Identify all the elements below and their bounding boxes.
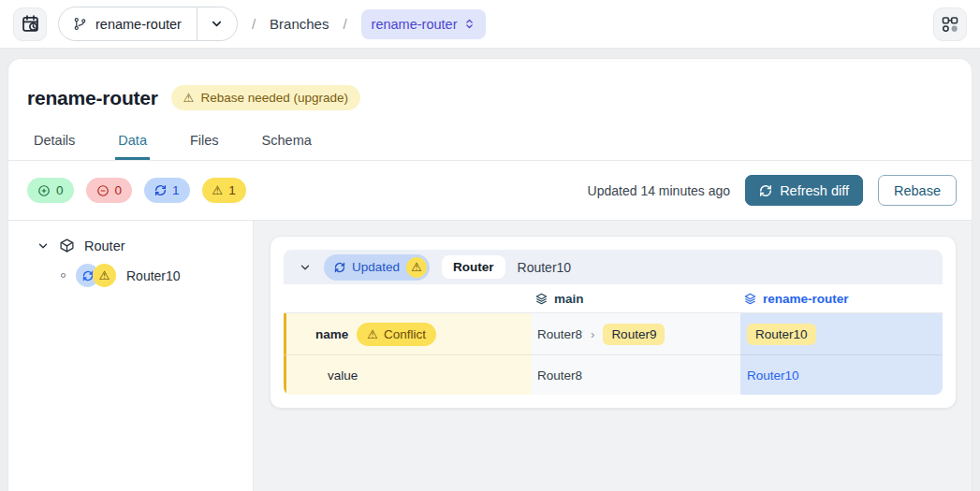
data-diff-content: Router ⚠ Router10 [8, 220, 972, 491]
change-status-pair: ⚠ [76, 264, 116, 287]
added-count: 0 [56, 183, 64, 197]
field-name-label: name [315, 327, 348, 341]
diff-row-value-base-value: Router8 [532, 355, 740, 395]
field-value-label: value [328, 368, 358, 383]
base-branch-column-header: main [532, 284, 740, 313]
diff-main-area: Updated ⚠ Router Router10 [254, 221, 972, 491]
breadcrumb-separator: / [340, 16, 349, 32]
tree-node-router10[interactable]: ⚠ Router10 [61, 264, 253, 287]
layers-icon [744, 293, 756, 305]
branch-page-panel: rename-router ⚠ Rebase needed (upgrade) … [7, 58, 973, 491]
tree-root-label: Router [84, 238, 125, 253]
base-value: Router8 [537, 368, 582, 383]
branch-selector-label: rename-router [95, 17, 182, 32]
target-branch-name: rename-router [763, 292, 849, 306]
page-header: rename-router ⚠ Rebase needed (upgrade) [8, 59, 972, 110]
refresh-diff-label: Refresh diff [780, 183, 849, 198]
chevron-down-icon [37, 239, 50, 253]
warning-icon: ⚠ [99, 269, 110, 282]
diff-row-value-field: value [284, 355, 532, 395]
diff-summary-bar: 0 0 1 ⚠ 1 Updated 14 minutes ago Refresh… [8, 161, 972, 220]
breadcrumb-branches[interactable]: Branches [270, 16, 329, 32]
diff-card: Updated ⚠ Router Router10 [270, 236, 957, 409]
change-arrow: › [591, 327, 594, 341]
tab-details[interactable]: Details [31, 133, 78, 160]
conflict-count: 1 [228, 183, 236, 197]
git-branch-icon [73, 17, 87, 31]
page-title: rename-router [27, 87, 158, 109]
tree-child-label: Router10 [126, 268, 181, 283]
refresh-icon [759, 184, 772, 197]
bullet-icon [61, 273, 66, 278]
updated-badge-label: Updated [352, 260, 400, 274]
refresh-icon [154, 184, 167, 196]
chevron-down-icon [210, 17, 224, 31]
app-logo-button[interactable] [13, 7, 47, 41]
calendar-clock-icon [21, 14, 40, 34]
branch-selector-dropdown-toggle[interactable] [197, 17, 237, 31]
conflict-status-icon: ⚠ [93, 264, 116, 287]
refresh-icon [334, 262, 345, 273]
updated-conflict-badge: Updated ⚠ [324, 254, 430, 281]
base-new-value: Router9 [603, 324, 665, 345]
conflict-badge: ⚠ Conflict [357, 323, 436, 346]
updated-count: 1 [172, 183, 180, 197]
warning-icon: ⚠ [411, 261, 422, 273]
minus-circle-icon [96, 184, 110, 197]
refresh-diff-button[interactable]: Refresh diff [745, 175, 863, 206]
updated-count-badge: 1 [144, 178, 190, 203]
field-column-header [284, 284, 532, 313]
rebase-needed-badge: ⚠ Rebase needed (upgrade) [171, 85, 360, 110]
removed-count: 0 [115, 183, 123, 197]
warning-icon: ⚠ [212, 184, 224, 196]
diff-object-header[interactable]: Updated ⚠ Router Router10 [284, 250, 943, 284]
object-tree-sidebar: Router ⚠ Router10 [8, 221, 254, 491]
rebase-needed-label: Rebase needed (upgrade) [200, 91, 348, 105]
target-value: Router10 [747, 368, 799, 383]
diff-row-name-base-value: Router8 › Router9 [532, 313, 740, 355]
tab-files[interactable]: Files [187, 133, 222, 160]
base-branch-name: main [554, 292, 584, 306]
last-updated-text: Updated 14 minutes ago [588, 183, 731, 198]
top-navigation-bar: rename-router / Branches / rename-router [0, 0, 980, 49]
chevron-down-icon[interactable] [299, 261, 312, 274]
warning-icon: ⚠ [183, 92, 195, 104]
added-count-badge: 0 [27, 178, 74, 203]
chevron-up-down-icon [463, 18, 475, 30]
diff-row-name-target-value: Router10 [740, 313, 943, 355]
rebase-button[interactable]: Rebase [878, 175, 957, 206]
diff-row-value-target-value: Router10 [740, 355, 943, 395]
conflict-count-badge: ⚠ 1 [202, 178, 246, 203]
plus-circle-icon [37, 184, 51, 197]
page-tabs: Details Data Files Schema [8, 110, 972, 161]
removed-count-badge: 0 [86, 178, 133, 203]
tree-node-router[interactable]: Router [37, 238, 253, 253]
diff-grid: main rename-router name ⚠ [284, 284, 943, 395]
branch-selector[interactable]: rename-router [58, 7, 238, 41]
breadcrumb-separator: / [249, 16, 258, 32]
tab-data[interactable]: Data [115, 133, 150, 160]
branch-selector-current[interactable]: rename-router [59, 17, 197, 32]
base-old-value: Router8 [537, 327, 582, 341]
breadcrumb-current-label: rename-router [372, 17, 458, 32]
box-icon [59, 238, 75, 253]
conflict-warning-icon: ⚠ [406, 257, 427, 278]
breadcrumb-current-branch[interactable]: rename-router [361, 9, 487, 39]
diff-table: Updated ⚠ Router Router10 [284, 250, 943, 395]
tab-schema[interactable]: Schema [259, 133, 314, 160]
target-branch-column-header: rename-router [740, 284, 943, 313]
rebase-label: Rebase [894, 183, 941, 198]
layers-icon [535, 293, 548, 305]
target-value: Router10 [747, 324, 816, 345]
object-name: Router10 [518, 260, 572, 275]
diff-row-name-field: name ⚠ Conflict [284, 313, 532, 355]
object-type-pill: Router [442, 255, 505, 279]
schema-graph-button[interactable] [933, 7, 967, 41]
warning-icon: ⚠ [367, 328, 378, 340]
workflow-graph-icon [941, 15, 959, 34]
conflict-badge-label: Conflict [384, 327, 426, 341]
